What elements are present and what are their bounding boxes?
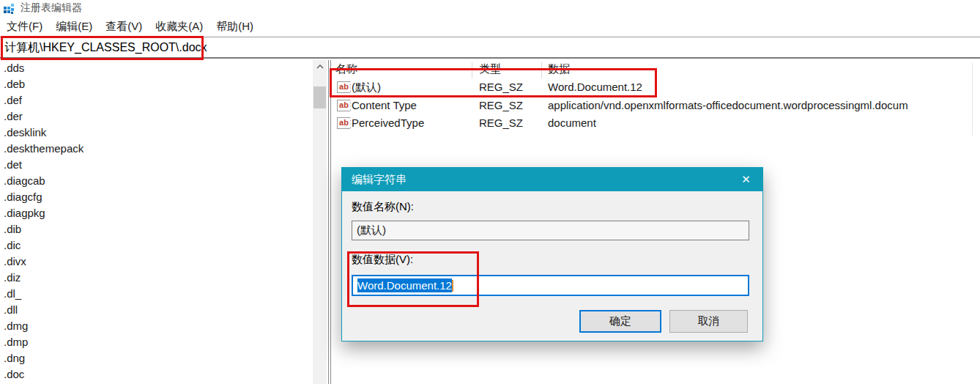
- value-row-perceivedtype[interactable]: ab PerceivedType REG_SZ document: [331, 115, 980, 133]
- window-title: 注册表编辑器: [21, 1, 82, 15]
- menu-view[interactable]: 查看(V): [99, 16, 149, 36]
- tree-item[interactable]: .deskthemepack: [0, 141, 313, 157]
- column-header-type[interactable]: 类型: [479, 62, 501, 76]
- tree-item[interactable]: .diz: [0, 270, 313, 286]
- menu-favorites[interactable]: 收藏夹(A): [149, 16, 209, 36]
- tree-scrollbar[interactable]: [313, 60, 327, 384]
- value-data: Word.Document.12: [548, 81, 642, 93]
- scroll-up-button[interactable]: [313, 60, 327, 73]
- tree-item[interactable]: .diagcfg: [0, 189, 313, 205]
- dialog-titlebar[interactable]: 编辑字符串: [342, 168, 762, 191]
- tree-item[interactable]: .dll: [0, 302, 313, 318]
- value-data: document: [548, 117, 596, 129]
- value-name: Content Type: [352, 99, 417, 111]
- tree-item[interactable]: .doc: [0, 366, 313, 383]
- ok-button[interactable]: 确定: [579, 310, 661, 333]
- tree-item[interactable]: .divx: [0, 254, 313, 270]
- registry-key-tree: .dds .deb .def .der .desklink .desktheme…: [0, 60, 313, 384]
- chevron-up-icon: [316, 64, 324, 69]
- menu-edit[interactable]: 编辑(E): [49, 16, 99, 36]
- text-caret: [452, 280, 453, 292]
- tree-item[interactable]: .dmg: [0, 318, 313, 334]
- column-separator[interactable]: [541, 62, 542, 78]
- value-name: PerceivedType: [352, 117, 424, 129]
- menu-file[interactable]: 文件(F): [0, 16, 49, 36]
- tree-item[interactable]: .dic: [0, 237, 313, 254]
- tree-item[interactable]: .der: [0, 108, 313, 125]
- tree-item[interactable]: .dds: [0, 60, 313, 76]
- tree-item[interactable]: .dl_: [0, 286, 313, 302]
- string-value-icon: ab: [337, 81, 351, 93]
- value-name: (默认): [352, 81, 381, 95]
- menu-help[interactable]: 帮助(H): [209, 16, 260, 36]
- list-header: 名称 类型 数据: [331, 62, 980, 78]
- value-type: REG_SZ: [479, 117, 523, 129]
- tree-item[interactable]: .det: [0, 157, 313, 173]
- tree-item[interactable]: .dng: [0, 350, 313, 366]
- string-value-icon: ab: [337, 100, 351, 111]
- value-row-content-type[interactable]: ab Content Type REG_SZ application/vnd.o…: [331, 97, 980, 115]
- column-header-name[interactable]: 名称: [335, 62, 357, 76]
- column-separator[interactable]: [472, 62, 472, 78]
- selected-text: Word.Document.12: [357, 278, 452, 292]
- edit-string-dialog: 编辑字符串 ✕ 数值名称(N): (默认) 数值数据(V): Word.Docu…: [341, 167, 763, 341]
- string-value-icon: ab: [337, 117, 351, 129]
- value-data-label: 数值数据(V):: [352, 253, 413, 267]
- scrollbar-thumb[interactable]: [313, 86, 326, 108]
- tree-item[interactable]: .desklink: [0, 125, 313, 141]
- value-type: REG_SZ: [479, 99, 523, 111]
- tree-item[interactable]: .deb: [0, 76, 313, 92]
- address-bar[interactable]: 计算机\HKEY_CLASSES_ROOT\.docx: [0, 37, 980, 59]
- tree-item[interactable]: .def: [0, 92, 313, 108]
- value-name-label: 数值名称(N):: [352, 200, 414, 214]
- tree-item[interactable]: .diagpkg: [0, 205, 313, 221]
- value-row-default[interactable]: ab (默认) REG_SZ Word.Document.12: [331, 79, 980, 97]
- tree-item[interactable]: .dmp: [0, 334, 313, 350]
- menu-bar: 文件(F) 编辑(E) 查看(V) 收藏夹(A) 帮助(H): [0, 16, 980, 36]
- column-header-data[interactable]: 数据: [548, 62, 570, 76]
- window-titlebar: 注册表编辑器: [0, 0, 980, 16]
- cancel-button[interactable]: 取消: [669, 310, 748, 333]
- value-data: application/vnd.openxmlformats-officedoc…: [548, 99, 908, 111]
- tree-item[interactable]: .dib: [0, 221, 313, 237]
- dialog-close-button[interactable]: ✕: [730, 168, 762, 191]
- value-name-field[interactable]: (默认): [352, 221, 749, 240]
- value-type: REG_SZ: [479, 81, 523, 93]
- value-data-field[interactable]: Word.Document.12: [352, 275, 749, 296]
- tree-item[interactable]: .diagcab: [0, 173, 313, 189]
- registry-editor-icon: [3, 3, 15, 15]
